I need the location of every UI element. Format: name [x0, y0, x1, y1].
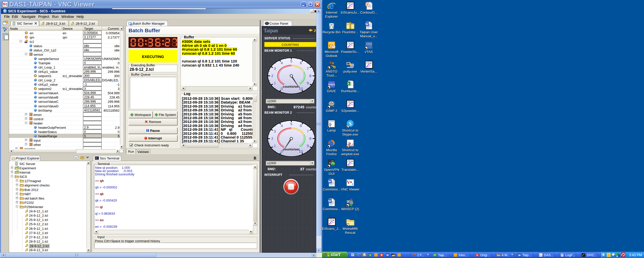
svg-text:PLOTR: PLOTR: [349, 144, 354, 146]
svg-text:8: 8: [309, 136, 311, 141]
svg-text:5: 5: [290, 59, 292, 63]
svg-text:5: 5: [290, 122, 292, 126]
svg-text:4: 4: [281, 61, 283, 65]
svg-text:W: W: [328, 180, 331, 183]
svg-text:7: 7: [307, 66, 309, 71]
svg-text:DAVE: DAVE: [328, 83, 335, 86]
svg-text:P: P: [17, 166, 19, 168]
svg-text:3: 3: [274, 129, 276, 133]
svg-text:c: c: [541, 254, 542, 256]
svg-text:X: X: [347, 82, 350, 85]
svg-text:c: c: [352, 182, 353, 186]
svg-text:2: 2: [271, 136, 273, 141]
svg-text:8: 8: [309, 74, 311, 78]
svg-text:9: 9: [307, 144, 309, 148]
svg-text:S: S: [349, 121, 351, 126]
svg-text:1: 1: [274, 81, 276, 85]
svg-text:W: W: [518, 254, 521, 257]
svg-text:P: P: [381, 254, 383, 256]
svg-text:6: 6: [300, 61, 302, 65]
svg-text:9: 9: [307, 81, 309, 85]
svg-text:O: O: [375, 254, 377, 256]
svg-text:V: V: [539, 254, 541, 256]
svg-text:W: W: [328, 199, 331, 203]
svg-text:W: W: [386, 254, 389, 256]
svg-text:P: P: [366, 3, 368, 6]
svg-text:3: 3: [274, 66, 276, 71]
svg-text:1: 1: [274, 144, 276, 148]
svg-text:2: 2: [271, 74, 273, 78]
svg-text:X: X: [369, 254, 371, 256]
svg-text:vTAS: vTAS: [366, 43, 372, 45]
svg-text:O: O: [455, 254, 457, 257]
svg-text:P: P: [17, 170, 19, 173]
svg-text:6: 6: [300, 123, 302, 128]
svg-text:V: V: [347, 180, 350, 185]
svg-text:W: W: [365, 22, 369, 26]
svg-text:O: O: [398, 254, 400, 256]
svg-text:n: n: [350, 180, 352, 184]
svg-text:O: O: [608, 253, 610, 256]
svg-text:7: 7: [307, 129, 309, 133]
svg-text:4: 4: [281, 123, 283, 128]
